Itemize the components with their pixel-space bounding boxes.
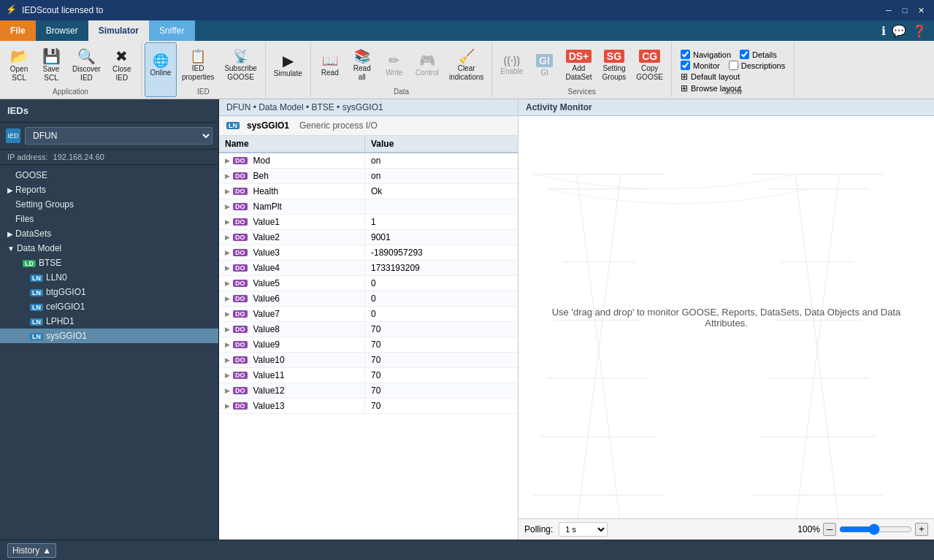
close-button[interactable]: ✕: [914, 4, 928, 17]
row-expand-icon: ▶: [225, 218, 230, 226]
app-title: IEDScout licensed to: [22, 5, 881, 15]
data-object-name: Beh: [253, 171, 269, 181]
maximize-button[interactable]: □: [897, 4, 912, 17]
simulate-button[interactable]: ▶ Simulate: [269, 42, 307, 97]
table-row[interactable]: ▶ DO Value2 9001: [219, 230, 518, 245]
do-badge: DO: [233, 280, 248, 287]
tree-item-label: BTSE: [39, 258, 61, 268]
zoom-in-button[interactable]: +: [915, 523, 928, 536]
status-history-button[interactable]: History ▲: [7, 543, 56, 558]
tree-item-setting-groups[interactable]: ▶Setting Groups: [0, 197, 218, 212]
navigation-label: Navigation: [693, 50, 731, 59]
tree-item-label: btgGGIO1: [46, 287, 86, 297]
help-support-icon[interactable]: 💬: [892, 24, 906, 38]
cell-name: ▶ DO Value8: [219, 322, 365, 337]
row-expand-icon: ▶: [225, 264, 230, 272]
zoom-out-button[interactable]: ─: [823, 523, 836, 536]
tab-file[interactable]: File: [0, 20, 36, 41]
help-question-icon[interactable]: ❓: [912, 24, 927, 38]
descriptions-checkbox[interactable]: [729, 61, 738, 70]
toolbar-group-show: Navigation Details Monitor Descriptions …: [672, 42, 795, 97]
row-expand-icon: ▶: [225, 234, 230, 241]
title-bar: ⚡ IEDScout licensed to ─ □ ✕: [0, 0, 934, 20]
cell-name: ▶ DO Value7: [219, 307, 365, 321]
tree-item-goose[interactable]: ▶GOOSE: [0, 168, 218, 183]
table-row[interactable]: ▶ DO NamPlt: [219, 199, 518, 215]
toolbar-group-application: 📂 OpenSCL 💾 SaveSCL 🔍 DiscoverIED ✖ Clos…: [0, 42, 142, 97]
tree-area: ▶GOOSE▶Reports▶Setting Groups▶Files▶Data…: [0, 165, 218, 540]
help-info-icon[interactable]: ℹ: [881, 24, 886, 38]
services-group-label: Services: [492, 88, 671, 96]
details-checkbox[interactable]: [740, 50, 749, 59]
tree-item-ln-lphd1[interactable]: ▶LNLPHD1: [0, 314, 218, 329]
data-object-name: Value7: [253, 309, 280, 319]
tree-item-datasets[interactable]: ▶DataSets: [0, 226, 218, 241]
table-row[interactable]: ▶ DO Value6 0: [219, 291, 518, 307]
tree-item-data-model[interactable]: ▼Data Model: [0, 241, 218, 256]
sidebar-header: IEDs: [0, 99, 218, 123]
tree-item-files[interactable]: ▶Files: [0, 212, 218, 226]
data-object-name: Mod: [253, 156, 270, 166]
cell-value: 0: [365, 291, 518, 306]
minimize-button[interactable]: ─: [881, 4, 896, 17]
table-row[interactable]: ▶ DO Value5 0: [219, 276, 518, 291]
tree-item-ld-btse[interactable]: ▶LDBTSE: [0, 256, 218, 270]
status-bar: History ▲: [0, 540, 934, 560]
ied-selector[interactable]: DFUN: [25, 127, 213, 145]
do-badge: DO: [233, 341, 248, 348]
zoom-value: 100%: [797, 524, 820, 534]
descriptions-label: Descriptions: [741, 61, 786, 70]
table-row[interactable]: ▶ DO Value11 70: [219, 368, 518, 383]
do-badge: DO: [233, 372, 248, 379]
app-icon: ⚡: [6, 4, 18, 16]
zoom-slider[interactable]: [839, 523, 912, 535]
tab-browser[interactable]: Browser: [36, 20, 88, 41]
table-row[interactable]: ▶ DO Mod on: [219, 153, 518, 169]
row-expand-icon: ▶: [225, 356, 230, 364]
toolbar-group-data: 📖 Read 📚 Readall ✏ Write 🎮 Control 🧹 Cle…: [311, 42, 493, 97]
menu-bar: File Browser Simulator Sniffer ℹ 💬 ❓: [0, 20, 934, 41]
table-row[interactable]: ▶ DO Value3 -1890957293: [219, 245, 518, 261]
table-row[interactable]: ▶ DO Value9 70: [219, 337, 518, 353]
tree-item-ln-sysggio1[interactable]: ▶LNsysGGIO1: [0, 329, 218, 343]
data-object-name: Value2: [253, 232, 280, 242]
default-layout-label: Default layout: [691, 72, 740, 81]
tree-item-label: GOOSE: [15, 170, 47, 180]
table-row[interactable]: ▶ DO Health Ok: [219, 184, 518, 199]
col-name: Name: [219, 136, 365, 152]
clear-indications-icon: 🧹: [459, 50, 475, 63]
navigation-checkbox[interactable]: [681, 50, 690, 59]
tree-item-reports[interactable]: ▶Reports: [0, 183, 218, 197]
tab-sniffer[interactable]: Sniffer: [149, 20, 194, 41]
table-row[interactable]: ▶ DO Value12 70: [219, 383, 518, 399]
table-row[interactable]: ▶ DO Value1 1: [219, 215, 518, 230]
polling-select[interactable]: 100 ms500 ms1 s5 s10 s: [559, 522, 608, 537]
ln-badge: LN: [226, 122, 240, 129]
do-badge: DO: [233, 310, 248, 318]
monitor-checkbox[interactable]: [681, 61, 690, 70]
open-scl-icon: 📂: [10, 49, 28, 64]
table-row[interactable]: ▶ DO Value10 70: [219, 353, 518, 368]
drag-drop-hint: Use 'drag and drop' to monitor GOOSE, Re…: [518, 292, 934, 343]
tree-item-ln-lln0[interactable]: ▶LNLLN0: [0, 270, 218, 285]
activity-monitor-body[interactable]: Use 'drag and drop' to monitor GOOSE, Re…: [518, 116, 934, 518]
default-layout-btn[interactable]: ⊞ Default layout: [681, 72, 785, 82]
data-object-name: Value6: [253, 294, 280, 304]
table-row[interactable]: ▶ DO Beh on: [219, 169, 518, 184]
data-group-label: Data: [311, 88, 492, 96]
read-all-icon: 📚: [354, 50, 370, 63]
row-expand-icon: ▶: [225, 326, 230, 333]
data-object-name: Value4: [253, 263, 280, 273]
tab-simulator[interactable]: Simulator: [88, 20, 149, 41]
history-arrow-icon: ▲: [42, 545, 51, 556]
table-row[interactable]: ▶ DO Value8 70: [219, 322, 518, 337]
table-row[interactable]: ▶ DO Value13 70: [219, 399, 518, 414]
row-expand-icon: ▶: [225, 249, 230, 256]
do-badge: DO: [233, 172, 248, 180]
details-label: Details: [752, 50, 777, 59]
do-badge: DO: [233, 249, 248, 256]
tree-item-ln-btgggio1[interactable]: ▶LNbtgGGIO1: [0, 285, 218, 299]
table-row[interactable]: ▶ DO Value4 1733193209: [219, 261, 518, 276]
tree-item-ln-celggio1[interactable]: ▶LNcelGGIO1: [0, 299, 218, 314]
table-row[interactable]: ▶ DO Value7 0: [219, 307, 518, 322]
